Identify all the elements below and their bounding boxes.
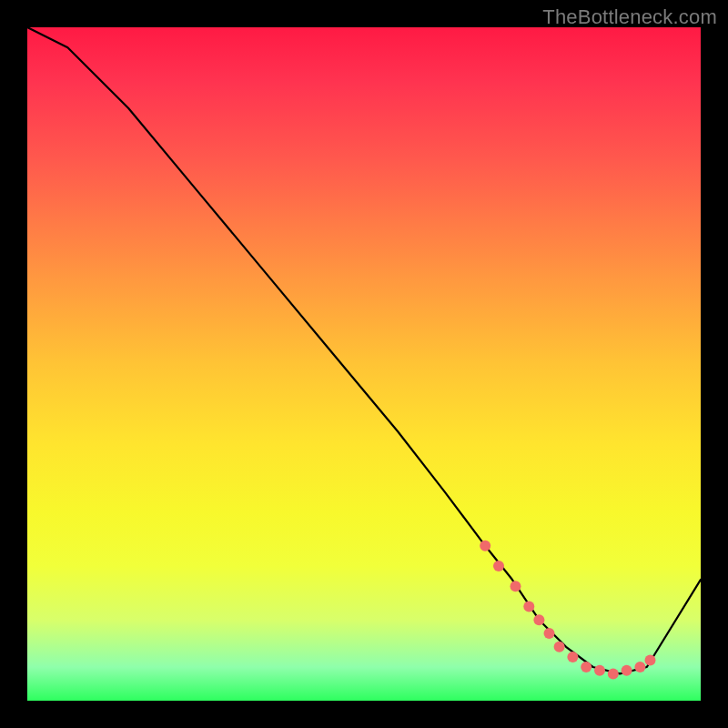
svg-point-8 [581,662,592,672]
chart-canvas: TheBottleneck.com [0,0,728,728]
svg-point-2 [511,581,521,592]
svg-point-9 [594,665,605,676]
svg-point-11 [622,665,632,676]
svg-point-10 [608,668,619,679]
svg-point-12 [634,662,645,672]
chart-svg [27,27,701,701]
svg-point-6 [554,642,565,652]
watermark-text: TheBottleneck.com [542,5,717,29]
chart-markers [480,541,655,680]
svg-point-5 [544,628,555,639]
plot-area [27,27,701,701]
svg-point-13 [645,655,656,666]
svg-point-3 [523,601,534,612]
svg-point-4 [533,614,544,625]
chart-line [27,27,701,673]
svg-point-0 [480,541,490,551]
svg-point-7 [567,652,578,662]
svg-point-1 [493,561,504,571]
